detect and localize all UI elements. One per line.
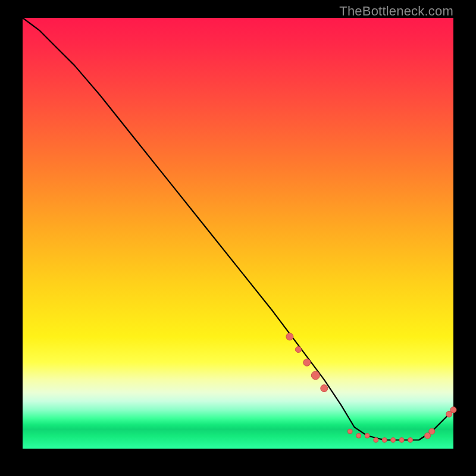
data-dot <box>408 438 413 443</box>
curve-path <box>23 18 453 440</box>
chart-frame: TheBottleneck.com <box>0 0 476 476</box>
data-dot <box>450 407 456 413</box>
data-dot <box>321 385 328 392</box>
data-dot <box>429 428 435 434</box>
data-dot <box>286 333 293 340</box>
bottleneck-curve <box>23 18 453 440</box>
chart-overlay <box>23 18 453 449</box>
data-dot <box>295 347 301 353</box>
data-dot <box>365 433 369 438</box>
data-dot <box>303 359 311 366</box>
data-dots <box>286 333 456 443</box>
data-dot <box>347 429 352 434</box>
data-dot <box>399 438 404 443</box>
data-dot <box>356 433 361 438</box>
data-dot <box>382 438 387 443</box>
data-dot <box>311 371 320 380</box>
data-dot <box>374 438 378 443</box>
watermark-text: TheBottleneck.com <box>339 4 453 19</box>
data-dot <box>391 438 396 443</box>
